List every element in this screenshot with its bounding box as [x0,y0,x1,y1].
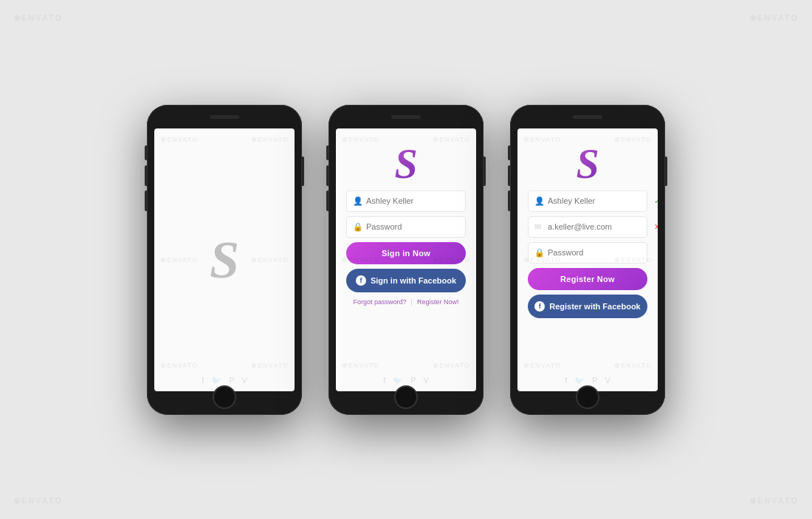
sign-in-now-button[interactable]: Sign in Now [346,242,466,264]
username-valid-icon: ✓ [654,196,658,206]
login-password-input[interactable] [366,222,468,231]
register-password-input[interactable] [548,248,650,257]
register-facebook-label: Register with Facebook [549,302,640,311]
side-btn-right-1 [302,157,304,186]
links-divider: | [411,298,413,306]
side-btn-left1-3 [508,145,510,160]
register-content: S 👤 ✓ ✉ ✕ 🔒 [517,128,658,391]
twitter-social-icon-3: 🐦 [574,376,585,385]
phone-body-1: ⊕envato ⊕envato ⊕envato ⊕envato ⊕envato … [147,105,302,415]
register-username-field: 👤 ✓ [528,190,647,212]
login-password-field: 🔒 [346,216,466,238]
vine-social-icon: V [242,376,247,385]
bg-watermark-bl: ⊕envato [13,496,63,506]
login-username-field: 👤 [346,190,466,212]
twitter-social-icon-2: 🐦 [393,376,403,385]
bg-watermark-tr: ⊕envato [749,13,799,23]
user-icon-login: 👤 [353,196,362,206]
bg-watermark-br: ⊕envato [749,496,799,506]
register-username-input[interactable] [548,196,650,205]
phone-register: ⊕envato ⊕envato ⊕envato ⊕envato ⊕envato … [510,105,665,415]
splash-content: S [154,128,295,391]
facebook-btn-icon-register: f [534,301,545,312]
side-btn-left3-2 [326,190,328,211]
side-btn-left1-1 [145,145,147,160]
splash-logo: S [210,233,239,286]
bg-watermark-tl: ⊕envato [13,13,63,23]
vine-social-icon-2: V [424,376,429,385]
register-now-link[interactable]: Register Now! [417,298,459,306]
side-btn-left2-3 [508,165,510,186]
vine-social-icon-3: V [605,376,610,385]
lock-icon-register: 🔒 [534,248,543,258]
side-btn-left2-2 [326,165,328,186]
email-error-icon: ✕ [654,222,658,232]
bottom-socials-3: f 🐦 P V [565,376,610,385]
register-facebook-button[interactable]: f Register with Facebook [528,295,647,318]
side-btn-left2-1 [145,165,147,186]
lock-icon-login: 🔒 [353,222,362,232]
login-links-row: Forgot password? | Register Now! [354,298,459,306]
side-btn-right-3 [665,157,667,186]
facebook-btn-icon: f [356,275,366,286]
sign-in-facebook-label: Sign in with Facebook [371,276,456,285]
sign-in-facebook-button[interactable]: f Sign in with Facebook [346,269,466,292]
user-icon-register: 👤 [534,196,543,206]
email-icon-register: ✉ [534,222,543,232]
register-email-field: ✉ ✕ [528,216,647,238]
bottom-socials-2: f 🐦 P V [383,376,429,385]
facebook-social-icon-3: f [565,376,567,385]
phone-splash: ⊕envato ⊕envato ⊕envato ⊕envato ⊕envato … [147,105,302,415]
facebook-social-icon-2: f [383,376,385,385]
pinterest-social-icon: P [229,376,234,385]
facebook-social-icon: f [202,376,204,385]
login-logo: S [394,143,417,185]
phone-body-2: ⊕envato ⊕envato ⊕envato ⊕envato ⊕envato … [328,105,484,415]
side-btn-left3-1 [145,190,147,211]
screen-register: ⊕envato ⊕envato ⊕envato ⊕envato ⊕envato … [517,128,658,391]
side-btn-right-2 [484,157,486,186]
login-content: S 👤 🔒 Sign in Now f Sign in with [336,128,476,391]
side-btn-left3-3 [508,190,510,211]
register-password-field: 🔒 [528,242,647,264]
scene: ⊕envato ⊕envato ⊕envato ⊕envato ⊕envato … [0,0,812,519]
register-logo: S [576,143,599,185]
pinterest-social-icon-3: P [592,376,597,385]
forgot-password-link[interactable]: Forgot password? [354,298,407,306]
screen-splash: ⊕envato ⊕envato ⊕envato ⊕envato ⊕envato … [154,128,295,391]
side-btn-left1-2 [326,145,328,160]
bottom-socials-1: f 🐦 P V [202,376,247,385]
register-now-button[interactable]: Register Now [528,268,647,290]
register-email-input[interactable] [548,222,650,231]
phone-body-3: ⊕envato ⊕envato ⊕envato ⊕envato ⊕envato … [510,105,665,415]
pinterest-social-icon-2: P [410,376,416,385]
screen-login: ⊕envato ⊕envato ⊕envato ⊕envato ⊕envato … [336,128,476,391]
login-username-input[interactable] [366,196,468,205]
twitter-social-icon: 🐦 [211,376,221,385]
phone-login: ⊕envato ⊕envato ⊕envato ⊕envato ⊕envato … [328,105,484,415]
